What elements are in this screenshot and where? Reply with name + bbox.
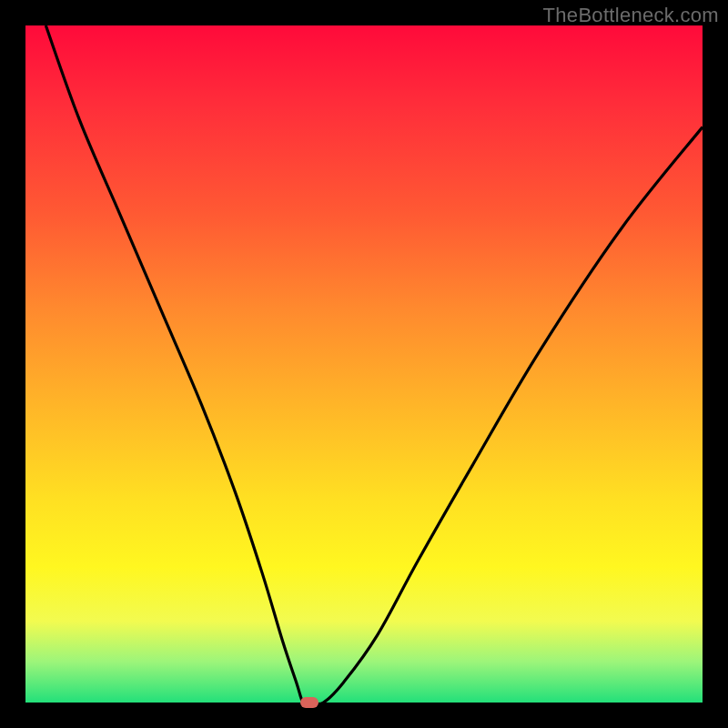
chart-frame: TheBottleneck.com <box>0 0 728 728</box>
optimal-marker <box>300 697 318 708</box>
watermark-text: TheBottleneck.com <box>543 4 719 27</box>
plot-area <box>25 25 703 703</box>
curve-path <box>46 25 703 703</box>
bottleneck-curve <box>25 25 703 703</box>
